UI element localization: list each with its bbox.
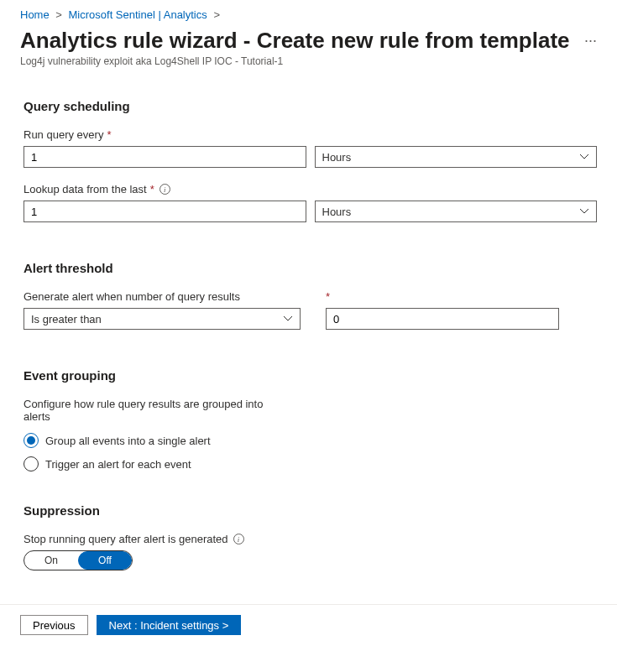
run-query-every-unit-select[interactable]: Hours — [315, 146, 598, 168]
radio-group-all-events[interactable]: Group all events into a single alert — [24, 433, 597, 448]
section-event-grouping: Event grouping — [24, 368, 597, 383]
alert-threshold-value-input[interactable] — [326, 308, 559, 330]
info-icon[interactable]: i — [159, 184, 170, 195]
required-asterisk: * — [326, 290, 330, 303]
run-query-every-input[interactable] — [24, 146, 306, 168]
alert-threshold-operator-value: Is greater than — [31, 313, 102, 326]
chevron-down-icon — [283, 314, 293, 324]
run-query-every-unit-value: Hours — [322, 151, 352, 164]
previous-button[interactable]: Previous — [20, 615, 88, 635]
radio-trigger-each-event-label: Trigger an alert for each event — [45, 458, 191, 471]
chevron-right-icon: > — [213, 8, 220, 21]
wizard-footer: Previous Next : Incident settings > — [0, 604, 617, 645]
chevron-down-icon — [579, 152, 589, 162]
chevron-down-icon — [579, 206, 589, 216]
radio-icon — [24, 433, 39, 448]
toggle-off-label: Off — [78, 551, 132, 570]
breadcrumb: Home > Microsoft Sentinel | Analytics > — [0, 8, 617, 26]
chevron-right-icon: > — [55, 8, 62, 21]
suppression-toggle[interactable]: On Off — [24, 550, 133, 570]
info-icon[interactable]: i — [233, 534, 244, 544]
page-subtitle: Log4j vulnerability exploit aka Log4Shel… — [0, 54, 617, 74]
alert-threshold-label: Generate alert when number of query resu… — [24, 290, 301, 303]
more-actions-icon[interactable]: ··· — [576, 32, 597, 49]
suppression-label: Stop running query after alert is genera… — [24, 533, 597, 545]
toggle-on-label: On — [24, 551, 78, 570]
radio-group-all-events-label: Group all events into a single alert — [45, 435, 211, 447]
lookup-data-input[interactable] — [24, 201, 306, 222]
event-grouping-description: Configure how rule query results are gro… — [24, 398, 292, 423]
page-title: Analytics rule wizard - Create new rule … — [20, 28, 576, 54]
lookup-data-unit-value: Hours — [322, 206, 352, 218]
required-asterisk: * — [150, 183, 154, 195]
lookup-data-unit-select[interactable]: Hours — [315, 201, 598, 222]
required-asterisk: * — [107, 128, 111, 141]
alert-threshold-operator-select[interactable]: Is greater than — [24, 308, 301, 330]
breadcrumb-sentinel-analytics[interactable]: Microsoft Sentinel | Analytics — [69, 8, 207, 21]
lookup-data-label: Lookup data from the last * i — [24, 183, 597, 195]
breadcrumb-home[interactable]: Home — [20, 8, 50, 21]
section-alert-threshold: Alert threshold — [24, 261, 597, 275]
run-query-every-label: Run query every * — [24, 128, 597, 141]
radio-trigger-each-event[interactable]: Trigger an alert for each event — [24, 456, 597, 471]
next-button[interactable]: Next : Incident settings > — [97, 615, 242, 635]
section-query-scheduling: Query scheduling — [24, 99, 597, 113]
section-suppression: Suppression — [24, 503, 597, 518]
radio-icon — [24, 456, 39, 471]
